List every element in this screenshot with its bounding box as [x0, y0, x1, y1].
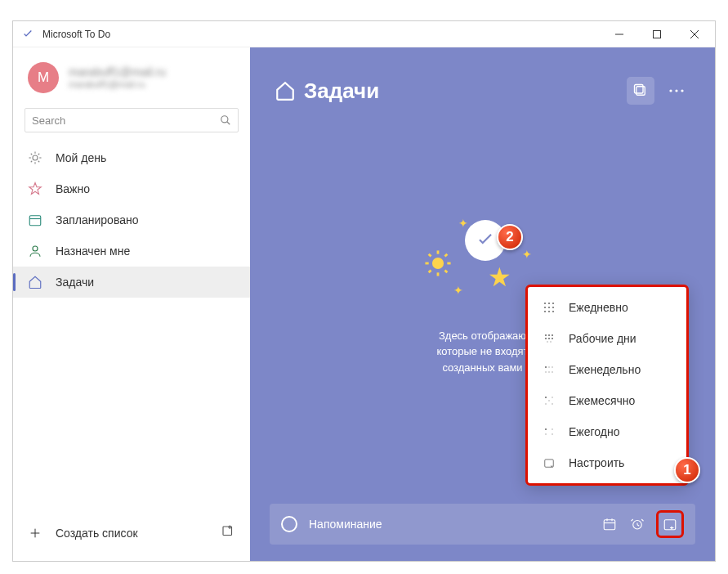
- sidebar-item-assigned[interactable]: Назначен мне: [13, 235, 250, 267]
- svg-line-13: [31, 161, 33, 163]
- sidebar-label: Запланировано: [56, 213, 139, 226]
- svg-point-52: [547, 341, 548, 343]
- popup-item-custom[interactable]: Настроить: [528, 447, 686, 478]
- popup-label: Рабочие дни: [569, 332, 636, 345]
- yearly-icon: [543, 425, 556, 438]
- monthly-icon: [543, 394, 556, 407]
- svg-point-48: [552, 334, 553, 336]
- svg-point-65: [545, 428, 547, 430]
- content: M marabuff1@mail.ru marabuff1@mail.ru Se…: [13, 47, 715, 561]
- popup-item-weekly[interactable]: Еженедельно: [528, 354, 686, 385]
- profile-name: marabuff1@mail.ru: [69, 65, 166, 79]
- search-icon: [220, 114, 231, 126]
- popup-label: Настроить: [569, 456, 624, 469]
- svg-point-25: [669, 89, 672, 92]
- svg-point-59: [552, 371, 553, 373]
- window-controls: [601, 21, 713, 47]
- svg-point-54: [545, 366, 547, 368]
- popup-label: Ежегодно: [569, 425, 619, 438]
- svg-point-68: [552, 433, 553, 435]
- sidebar-item-important[interactable]: Важно: [13, 173, 250, 204]
- repeat-button-highlight: [656, 510, 684, 538]
- sidebar-footer: Создать список: [13, 514, 250, 551]
- sidebar-item-planned[interactable]: Запланировано: [13, 204, 250, 235]
- popup-item-weekdays[interactable]: Рабочие дни: [528, 323, 686, 354]
- reminder-button[interactable]: [628, 515, 646, 533]
- svg-point-53: [550, 341, 552, 343]
- task-input[interactable]: Напоминание: [309, 518, 601, 531]
- search-input[interactable]: Search: [25, 108, 239, 132]
- sparkle-icon: ✦: [458, 215, 468, 232]
- suggestions-button[interactable]: [627, 77, 654, 105]
- svg-point-45: [552, 311, 554, 312]
- close-button[interactable]: [676, 21, 713, 47]
- svg-point-26: [675, 89, 677, 92]
- svg-point-6: [33, 155, 38, 160]
- svg-point-50: [548, 338, 550, 339]
- due-date-button[interactable]: [601, 515, 619, 533]
- svg-line-78: [641, 519, 643, 521]
- svg-point-67: [545, 433, 547, 435]
- svg-point-60: [545, 397, 547, 398]
- svg-point-58: [548, 371, 550, 373]
- popup-item-daily[interactable]: Ежедневно: [528, 292, 686, 323]
- app-logo-icon: [21, 28, 34, 41]
- popup-item-monthly[interactable]: Ежемесячно: [528, 385, 686, 416]
- profile-text: marabuff1@mail.ru marabuff1@mail.ru: [69, 65, 166, 90]
- task-icons: [601, 510, 684, 538]
- profile[interactable]: M marabuff1@mail.ru marabuff1@mail.ru: [13, 57, 250, 105]
- sidebar: M marabuff1@mail.ru marabuff1@mail.ru Se…: [13, 47, 250, 561]
- sidebar-item-myday[interactable]: Мой день: [13, 142, 250, 173]
- repeat-button[interactable]: [661, 515, 679, 533]
- home-icon: [275, 80, 296, 101]
- svg-line-36: [444, 253, 447, 256]
- empty-text-2: которые не входят: [436, 343, 528, 360]
- calendar-icon: [28, 213, 42, 227]
- sidebar-label: Важно: [56, 182, 90, 195]
- search-placeholder: Search: [32, 114, 220, 127]
- profile-email: marabuff1@mail.ru: [69, 79, 166, 90]
- empty-text-1: Здесь отображаю: [439, 328, 526, 344]
- sidebar-label: Мой день: [56, 151, 106, 164]
- sparkle-icon: ✦: [453, 282, 463, 299]
- new-group-button[interactable]: [221, 524, 235, 541]
- svg-point-38: [548, 303, 550, 304]
- svg-point-37: [544, 303, 546, 304]
- svg-rect-20: [223, 527, 232, 536]
- add-task-bar[interactable]: Напоминание: [270, 504, 695, 545]
- svg-rect-15: [29, 216, 41, 226]
- popup-item-yearly[interactable]: Ежегодно: [528, 416, 686, 447]
- svg-point-17: [33, 246, 38, 251]
- sidebar-label: Назначен мне: [56, 244, 130, 258]
- titlebar: Microsoft To Do: [13, 21, 715, 47]
- svg-point-63: [545, 403, 547, 405]
- create-list-button[interactable]: Создать список: [56, 527, 138, 540]
- svg-point-49: [545, 338, 547, 339]
- maximize-button[interactable]: [638, 21, 676, 47]
- custom-icon: [543, 456, 556, 469]
- more-button[interactable]: [663, 77, 690, 105]
- popup-label: Еженедельно: [569, 363, 641, 376]
- svg-line-5: [227, 122, 230, 125]
- svg-line-77: [632, 519, 633, 521]
- weekdays-icon: [543, 332, 556, 345]
- sparkle-icon: ✦: [522, 246, 532, 263]
- app-window: Microsoft To Do M marabuff1@mail.ru mara…: [12, 20, 716, 562]
- window-title: Microsoft To Do: [42, 29, 601, 40]
- sidebar-item-tasks[interactable]: Задачи: [13, 267, 250, 298]
- popup-label: Ежемесячно: [569, 394, 635, 407]
- svg-point-56: [552, 366, 553, 368]
- annotation-1: 1: [674, 457, 700, 483]
- plus-icon[interactable]: [28, 526, 42, 540]
- task-circle-icon: [281, 516, 297, 532]
- minimize-button[interactable]: [601, 21, 638, 47]
- empty-text-3: созданных вами: [442, 360, 522, 376]
- daily-icon: [543, 301, 556, 314]
- weekly-icon: [543, 363, 556, 376]
- svg-point-44: [548, 311, 550, 312]
- svg-point-28: [431, 258, 443, 269]
- svg-point-41: [548, 307, 550, 308]
- sun-illustration-icon: [424, 249, 452, 277]
- main-header: Задачи: [270, 47, 695, 119]
- sun-icon: [28, 150, 42, 165]
